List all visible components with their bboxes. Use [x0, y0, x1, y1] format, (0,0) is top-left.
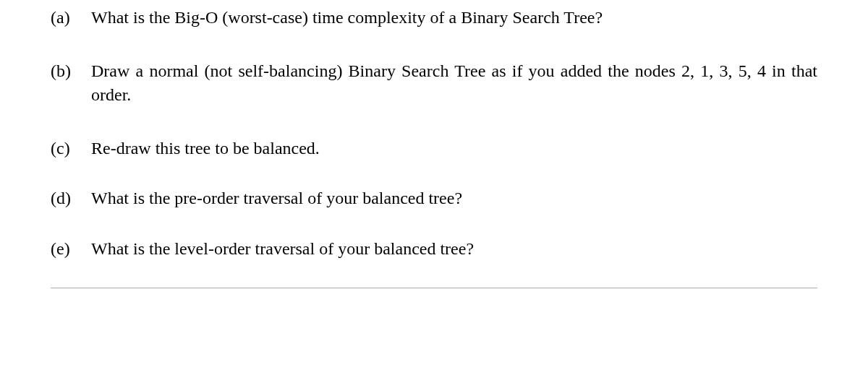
question-text: Re-draw this tree to be balanced. [91, 137, 817, 161]
question-text: What is the pre-order traversal of your … [91, 186, 817, 211]
horizontal-rule [51, 288, 817, 288]
question-item: (e) What is the level-order traversal of… [51, 237, 817, 262]
question-list: (a) What is the Big-O (worst-case) time … [51, 6, 817, 262]
question-label: (a) [51, 6, 91, 30]
question-text: What is the level-order traversal of you… [91, 237, 817, 262]
question-text: Draw a normal (not self-balancing) Binar… [91, 59, 817, 108]
question-label: (d) [51, 186, 91, 211]
question-label: (c) [51, 137, 91, 161]
question-item: (d) What is the pre-order traversal of y… [51, 186, 817, 211]
question-item: (a) What is the Big-O (worst-case) time … [51, 6, 817, 30]
question-item: (c) Re-draw this tree to be balanced. [51, 137, 817, 161]
question-label: (b) [51, 59, 91, 84]
question-label: (e) [51, 237, 91, 262]
question-item: (b) Draw a normal (not self-balancing) B… [51, 59, 817, 108]
question-text: What is the Big-O (worst-case) time comp… [91, 6, 817, 30]
